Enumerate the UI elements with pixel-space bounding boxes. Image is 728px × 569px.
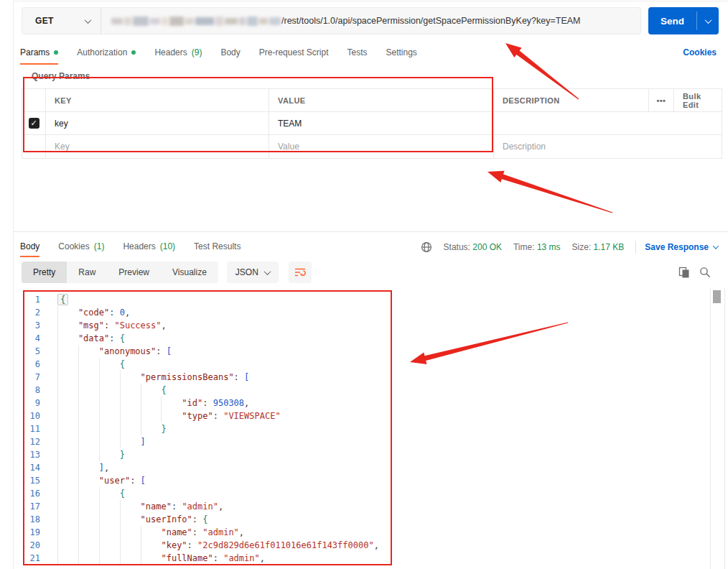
indent-guide [57,552,78,565]
url-input[interactable]: /rest/tools/1.0/api/spacePermission/getS… [101,8,640,34]
indent-guide [78,397,99,410]
line-number: 11 [22,422,40,435]
annotation-arrow [487,171,612,213]
indent-guide [99,410,120,422]
line-number: 4 [22,332,40,345]
indent-guide [120,526,141,539]
indent-guide [99,422,120,435]
token-key: "type" [182,411,213,421]
url-visible-text: /rest/tools/1.0/api/spacePermission/getS… [281,16,581,26]
param-description-cell[interactable] [493,112,722,134]
meta-value: 200 OK [472,242,502,252]
code-line: "userInfo": { [57,513,379,526]
response-tab-body[interactable]: Body [20,238,39,257]
view-tab-visualize[interactable]: Visualize [161,262,218,283]
indent-guide [120,371,141,384]
tab-tests[interactable]: Tests [347,43,367,65]
request-bar: GET /rest/tools/1.0/api/spacePermission/… [22,7,719,34]
indent-guide [57,435,78,448]
response-view-toolbar: PrettyRawPreviewVisualize JSON [22,262,312,283]
response-tab-test-results-label: Test Results [194,241,241,251]
redacted-host [111,17,281,26]
token-pun: : [172,501,182,512]
chevron-down-icon [263,268,271,275]
param-value-cell[interactable]: TEAM [269,112,493,134]
response-tabs: BodyCookies(1)Headers(10)Test Results [20,238,259,257]
code-line: } [57,422,379,435]
code-line: "id": 950308, [57,397,379,410]
tab-pre-request-script[interactable]: Pre-request Script [259,43,329,65]
view-tab-raw[interactable]: Raw [67,262,107,283]
annotation-arrow [410,322,568,364]
token-brc: { [161,385,166,395]
tab-headers[interactable]: Headers(9) [154,43,202,65]
response-tab-test-results[interactable]: Test Results [194,238,241,257]
send-button-label[interactable]: Send [648,7,696,34]
more-options-icon[interactable]: ••• [648,89,673,111]
column-header-value: VALUE [269,89,493,111]
indent-guide [57,371,78,384]
indent-guide [57,487,78,500]
code-line: "type": "VIEWSPACE" [57,410,379,422]
save-response-button[interactable]: Save Response [645,242,718,252]
view-mode-segmented-control: PrettyRawPreviewVisualize [22,262,218,283]
token-brk: [ [244,372,249,382]
indent-guide [78,358,99,371]
query-params-title: Query Params [32,71,90,81]
search-icon[interactable] [699,267,711,278]
response-tab-headers[interactable]: Headers(10) [123,238,175,257]
new-param-description-input[interactable] [503,142,713,152]
tab-settings[interactable]: Settings [386,43,417,65]
line-number: 16 [22,487,40,500]
cookies-link[interactable]: Cookies [683,47,717,57]
token-key: "id" [182,398,202,408]
indent-guide [99,448,120,461]
line-number: 17 [22,500,40,513]
response-tab-headers-label: Headers [123,241,155,251]
tab-params[interactable]: Params [20,43,58,65]
send-options-button[interactable] [697,7,719,34]
indent-guide [78,552,99,565]
new-param-key-input[interactable] [55,142,260,152]
response-tab-cookies[interactable]: Cookies(1) [58,238,104,257]
token-brc: } [120,450,125,460]
token-pun: , [374,540,379,550]
scrollbar-thumb[interactable] [713,290,721,303]
token-pun: : [213,411,223,421]
view-tab-preview[interactable]: Preview [107,262,161,283]
token-num: 0 [120,307,125,318]
token-brk: [ [141,476,146,486]
beautify-button[interactable] [289,262,312,283]
code-line: { [57,487,379,500]
line-number: 19 [22,526,40,539]
indent-guide [99,552,120,565]
new-param-value-input[interactable] [278,142,485,152]
code-line: "fullName": "admin", [57,552,379,565]
param-checkbox[interactable]: ✓ [29,118,39,129]
new-param-description-input-cell [493,135,722,158]
line-number: 13 [22,448,40,461]
bulk-edit-button[interactable]: Bulk Edit [673,89,723,111]
token-brc: { [120,489,125,499]
token-key: "key" [161,540,187,550]
param-key-cell[interactable]: key [45,112,269,134]
format-select[interactable]: JSON [227,262,279,283]
indent-guide [99,371,120,384]
view-tab-pretty[interactable]: Pretty [22,262,67,283]
indent-guide [78,526,99,539]
line-number: 20 [22,539,40,552]
token-key: "code" [78,307,109,318]
green-dot-icon [54,50,58,55]
left-hairline [13,1,14,569]
response-meta: Status: 200 OKTime: 13 msSize: 1.17 KB S… [421,237,718,257]
column-header-key: KEY [45,89,269,111]
tab-body[interactable]: Body [220,43,240,65]
code-line: "name": "admin", [57,500,379,513]
tab-headers-label: Headers [154,47,187,57]
copy-icon[interactable] [678,267,690,278]
send-button[interactable]: Send [648,7,719,34]
code-line: { [57,293,379,306]
request-url-group: GET /rest/tools/1.0/api/spacePermission/… [22,7,641,34]
tab-authorization[interactable]: Authorization [77,43,136,65]
method-selector[interactable]: GET [22,8,101,34]
